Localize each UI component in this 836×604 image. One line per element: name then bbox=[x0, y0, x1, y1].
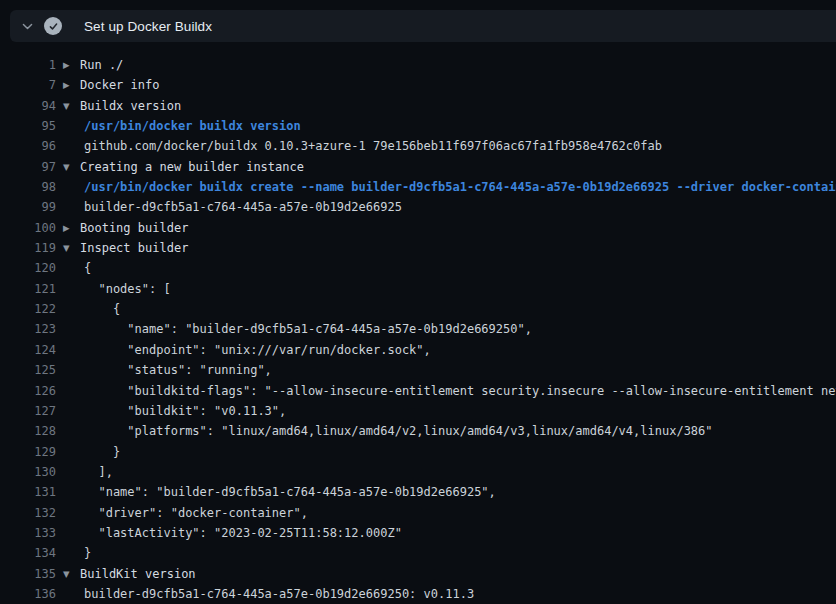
log-group-row[interactable]: 7▶Docker info bbox=[0, 75, 836, 95]
log-output-text: builder-d9cfb5a1-c764-445a-a57e-0b19d2e6… bbox=[56, 584, 836, 604]
line-number[interactable]: 97 bbox=[0, 157, 56, 177]
line-number[interactable]: 128 bbox=[0, 421, 56, 441]
log-line-row: 136builder-d9cfb5a1-c764-445a-a57e-0b19d… bbox=[0, 584, 836, 604]
line-number[interactable]: 130 bbox=[0, 462, 56, 482]
line-number[interactable]: 126 bbox=[0, 381, 56, 401]
triangle-expanded-icon[interactable]: ▼ bbox=[56, 238, 80, 258]
line-number[interactable]: 94 bbox=[0, 96, 56, 116]
log-output-text: "nodes": [ bbox=[56, 279, 836, 299]
log-line-row: 128 "platforms": "linux/amd64,linux/amd6… bbox=[0, 421, 836, 441]
log-line-row: 122 { bbox=[0, 299, 836, 319]
log-line-row: 132 "driver": "docker-container", bbox=[0, 503, 836, 523]
log-line-row: 123 "name": "builder-d9cfb5a1-c764-445a-… bbox=[0, 319, 836, 339]
log-group-row[interactable]: 97▼Creating a new builder instance bbox=[0, 157, 836, 177]
line-number[interactable]: 132 bbox=[0, 503, 56, 523]
line-number[interactable]: 134 bbox=[0, 543, 56, 563]
triangle-expanded-icon[interactable]: ▼ bbox=[56, 564, 80, 584]
log-group-row[interactable]: 100▶Booting builder bbox=[0, 218, 836, 238]
log-group-row[interactable]: 119▼Inspect builder bbox=[0, 238, 836, 258]
log-group-title: Creating a new builder instance bbox=[80, 157, 836, 177]
line-number[interactable]: 98 bbox=[0, 177, 56, 197]
log-group-title: Run ./ bbox=[80, 55, 836, 75]
line-number[interactable]: 121 bbox=[0, 279, 56, 299]
log-output-text: } bbox=[56, 442, 836, 462]
line-number[interactable]: 127 bbox=[0, 401, 56, 421]
line-number[interactable]: 122 bbox=[0, 299, 56, 319]
log-line-row: 125 "status": "running", bbox=[0, 360, 836, 380]
chevron-down-icon[interactable] bbox=[10, 10, 44, 42]
log-group-row[interactable]: 1▶Run ./ bbox=[0, 55, 836, 75]
line-number[interactable]: 119 bbox=[0, 238, 56, 258]
log-group-row[interactable]: 94▼Buildx version bbox=[0, 96, 836, 116]
log-output-text: ], bbox=[56, 462, 836, 482]
triangle-expanded-icon[interactable]: ▼ bbox=[56, 96, 80, 116]
log-line-row: 126 "buildkitd-flags": "--allow-insecure… bbox=[0, 381, 836, 401]
line-number[interactable]: 120 bbox=[0, 258, 56, 278]
line-number[interactable]: 133 bbox=[0, 523, 56, 543]
log-line-row: 121 "nodes": [ bbox=[0, 279, 836, 299]
log-output-text: "buildkitd-flags": "--allow-insecure-ent… bbox=[56, 381, 836, 401]
line-number[interactable]: 123 bbox=[0, 319, 56, 339]
log-line-row: 131 "name": "builder-d9cfb5a1-c764-445a-… bbox=[0, 482, 836, 502]
line-number[interactable]: 96 bbox=[0, 136, 56, 156]
log-line-row: 127 "buildkit": "v0.11.3", bbox=[0, 401, 836, 421]
log-output-text: } bbox=[56, 543, 836, 563]
log-output-text: "endpoint": "unix:///var/run/docker.sock… bbox=[56, 340, 836, 360]
log-output-text: "platforms": "linux/amd64,linux/amd64/v2… bbox=[56, 421, 836, 441]
triangle-collapsed-icon[interactable]: ▶ bbox=[56, 55, 80, 75]
line-number[interactable]: 95 bbox=[0, 116, 56, 136]
log-group-title: BuildKit version bbox=[80, 564, 836, 584]
triangle-collapsed-icon[interactable]: ▶ bbox=[56, 218, 80, 238]
log-line-row: 130 ], bbox=[0, 462, 836, 482]
line-number[interactable]: 135 bbox=[0, 564, 56, 584]
log-group-title: Inspect builder bbox=[80, 238, 836, 258]
log-output-panel: 1▶Run ./7▶Docker info94▼Buildx version95… bbox=[0, 42, 836, 604]
log-output-text: builder-d9cfb5a1-c764-445a-a57e-0b19d2e6… bbox=[56, 197, 836, 217]
line-number[interactable]: 1 bbox=[0, 55, 56, 75]
line-number[interactable]: 131 bbox=[0, 482, 56, 502]
triangle-expanded-icon[interactable]: ▼ bbox=[56, 157, 80, 177]
log-line-row: 95/usr/bin/docker buildx version bbox=[0, 116, 836, 136]
log-group-title: Buildx version bbox=[80, 96, 836, 116]
log-output-text: "driver": "docker-container", bbox=[56, 503, 836, 523]
log-output-text: github.com/docker/buildx 0.10.3+azure-1 … bbox=[56, 136, 836, 156]
log-command-text: /usr/bin/docker buildx create --name bui… bbox=[56, 177, 836, 197]
line-number[interactable]: 129 bbox=[0, 442, 56, 462]
log-line-row: 133 "lastActivity": "2023-02-25T11:58:12… bbox=[0, 523, 836, 543]
log-line-row: 134} bbox=[0, 543, 836, 563]
log-line-row: 120{ bbox=[0, 258, 836, 278]
log-line-row: 96github.com/docker/buildx 0.10.3+azure-… bbox=[0, 136, 836, 156]
log-output-text: "status": "running", bbox=[56, 360, 836, 380]
log-group-title: Booting builder bbox=[80, 218, 836, 238]
line-number[interactable]: 7 bbox=[0, 75, 56, 95]
line-number[interactable]: 100 bbox=[0, 218, 56, 238]
line-number[interactable]: 99 bbox=[0, 197, 56, 217]
log-group-row[interactable]: 135▼BuildKit version bbox=[0, 564, 836, 584]
log-output-text: { bbox=[56, 299, 836, 319]
log-command-text: /usr/bin/docker buildx version bbox=[56, 116, 836, 136]
log-line-row: 124 "endpoint": "unix:///var/run/docker.… bbox=[0, 340, 836, 360]
status-success-icon bbox=[44, 10, 70, 42]
log-group-title: Docker info bbox=[80, 75, 836, 95]
log-line-row: 99builder-d9cfb5a1-c764-445a-a57e-0b19d2… bbox=[0, 197, 836, 217]
log-output-text: "name": "builder-d9cfb5a1-c764-445a-a57e… bbox=[56, 319, 836, 339]
log-line-row: 98/usr/bin/docker buildx create --name b… bbox=[0, 177, 836, 197]
line-number[interactable]: 136 bbox=[0, 584, 56, 604]
log-output-text: "lastActivity": "2023-02-25T11:58:12.000… bbox=[56, 523, 836, 543]
log-output-text: "name": "builder-d9cfb5a1-c764-445a-a57e… bbox=[56, 482, 836, 502]
log-output-text: "buildkit": "v0.11.3", bbox=[56, 401, 836, 421]
triangle-collapsed-icon[interactable]: ▶ bbox=[56, 75, 80, 95]
line-number[interactable]: 125 bbox=[0, 360, 56, 380]
step-header-set-up-docker-buildx[interactable]: Set up Docker Buildx bbox=[10, 10, 836, 42]
log-output-text: { bbox=[56, 258, 836, 278]
log-line-row: 129 } bbox=[0, 442, 836, 462]
line-number[interactable]: 124 bbox=[0, 340, 56, 360]
step-title: Set up Docker Buildx bbox=[84, 19, 212, 34]
